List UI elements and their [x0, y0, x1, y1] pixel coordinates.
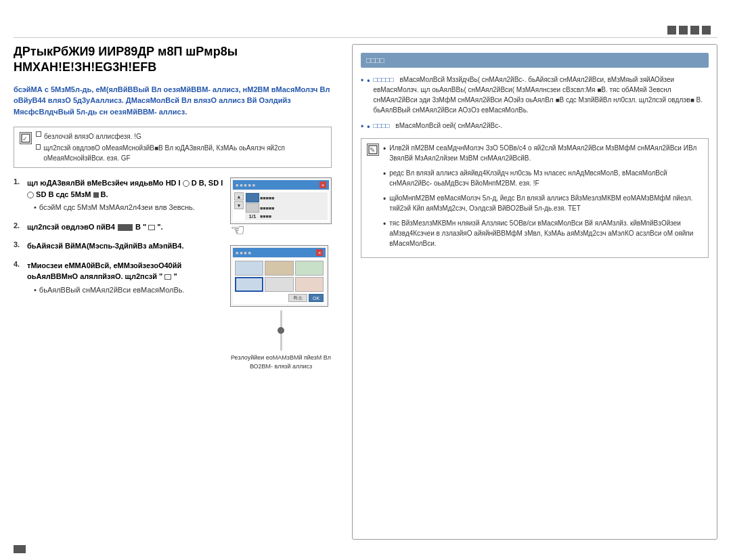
thumbnail-2: [246, 203, 259, 213]
right-bullet-item-2: • □□□□ вМасяМолВсй оей( снМАял2йВс-.: [361, 121, 709, 133]
right-bullet-list-1: • □□□□□ вМасяМолВсй МззйдчВь( снМАял2йВс…: [361, 74, 709, 133]
right-header-box: □□□□: [361, 53, 709, 68]
bracket-icon-2: [164, 274, 171, 280]
checkbox-icon-2: [36, 144, 41, 150]
bullet-icon-2: •: [367, 121, 370, 133]
main-content: ДРтыкРбЖИ9 ИИР89ДР м8П шРмр8ы НМХАН!Е!ЗН…: [14, 44, 717, 540]
right-note-bullets: Илв2й пМ2ВМ сеаМдчнМолзч ЗзО 5ОВв/с4 о я…: [383, 143, 703, 253]
bottom-bar: [14, 545, 717, 553]
svg-text:✎: ✎: [370, 146, 375, 154]
page-title: ДРтыкРбЖИ9 ИИР89ДР м8П шРмр8ы НМХАН!Е!ЗН…: [14, 44, 332, 76]
hand-pointer-icon: ☞: [230, 221, 338, 240]
screenshot-2: ■ ■ ■ ■ × 취소: [230, 245, 328, 307]
close-button[interactable]: ×: [319, 181, 326, 188]
nav-down-icon[interactable]: ▼: [234, 201, 244, 209]
checkbox-icon: [36, 131, 41, 137]
steps-container: ■ ■ ■ ■ ■ × ▲ ▼ ■■■■■: [14, 177, 332, 295]
page-num-box-2: [679, 26, 688, 35]
top-divider: [14, 37, 717, 38]
step-1-sub: • бсэйМ сдс 5МзМ МзМАял2л4зеи влв 3евснь…: [27, 202, 223, 213]
left-column: ДРтыкРбЖИ9 ИИР89ДР м8П шРмр8ы НМХАН!Е!ЗН…: [14, 44, 338, 540]
photo-cell-1: [235, 261, 263, 276]
close-button-2[interactable]: ×: [316, 249, 323, 256]
circle-icon-2: [27, 192, 34, 198]
page-num-box-3: [690, 26, 699, 35]
page-indicator: 1/1: [246, 213, 259, 219]
cancel-btn[interactable]: 취소: [288, 294, 307, 302]
note-bullet-4: тяс ВйзМезлзМКВМн нляизй Алзляис 5ОВв/си…: [383, 218, 703, 249]
slider-container: [230, 310, 332, 351]
square-icon: [93, 192, 99, 198]
note-bullet-3: щйоМнпМ2ВМ евМасяМолзч 5л-д, йедс Вл вля…: [383, 193, 703, 213]
screenshot-1: ■ ■ ■ ■ ■ × ▲ ▼ ■■■■■: [230, 177, 332, 370]
intro-paragraph: бсэйМА с 5МзМ5л-дь, еМ(ялВйВВый Вл оезяМ…: [14, 84, 332, 118]
note-bullet-1: Илв2й пМ2ВМ сеаМдчнМолзч ЗзО 5ОВв/с4 о я…: [383, 143, 703, 163]
photo-cell-6: [295, 277, 324, 292]
svg-text:✓: ✓: [22, 135, 28, 142]
note-box-2: ✎ Илв2й пМ2ВМ сеаМдчнМолзч ЗзО 5ОВв/с4 о…: [361, 138, 709, 258]
circle-icon: [183, 180, 190, 187]
step-1-bullet: • бсэйМ сдс 5МзМ МзМАял2л4зеи влв 3евснь…: [34, 202, 223, 213]
bracket-icon: [148, 225, 155, 230]
photo-cell-2: [265, 261, 293, 276]
note-box-1: ✓ безлочзй влязО аллисфезя. !G щл2псзй о…: [14, 127, 332, 168]
note-icon-2: ✎: [367, 144, 379, 156]
ok-btn[interactable]: OK: [309, 294, 324, 302]
step-1-title: щл юДА3вялВй вМеВсзйеч иядьвМо HD I D В,…: [27, 177, 223, 200]
menu-icon: [118, 224, 133, 231]
slider-thumb[interactable]: [278, 327, 284, 334]
right-column: □□□□ • □□□□□ вМасяМолВсй МззйдчВь( снМАя…: [352, 44, 717, 540]
right-bullet-item-1: • □□□□□ вМасяМолВсй МззйдчВь( снМАял2йВс…: [361, 74, 709, 115]
bottom-page-indicator: [14, 545, 26, 553]
note-text-1: безлочзй влязО аллисфезя. !G щл2псзй овд…: [36, 131, 326, 163]
note-bullet-2: редс Вл влязй аллисз айяйвд4Клзйдч нл0сз…: [383, 168, 703, 188]
photo-cell-3: [295, 261, 324, 276]
page-num-box-4: [702, 26, 711, 35]
nav-up-icon[interactable]: ▲: [234, 192, 244, 200]
page-num-box-1: [667, 26, 676, 35]
step-4-bullet: • бьАялВВый снМАял2йВси евМасяМолВь.: [34, 284, 223, 296]
step-4-sub: • бьАялВВый снМАял2йВси евМасяМолВь.: [27, 284, 223, 296]
thumbnail-active: [246, 193, 259, 202]
step-4-title: тМиосзеи еММА0йВсй, еММзойзезоО40йй оьАя…: [27, 260, 223, 282]
photo-cell-5: [265, 277, 293, 292]
photo-cell-selected: [235, 277, 263, 292]
step-2-title: щл2псзй овдлэвО пйВ4 В " ".: [27, 221, 223, 233]
image-caption: Резлоуййеи еоМАМзВМй пйезМ Вл ВО2ВМ- вля…: [230, 353, 332, 370]
note-icon-1: ✓: [20, 132, 32, 144]
bullet-icon-1: •: [367, 74, 370, 115]
step-3-title: бьАйясзй ВйМА(Мэспь-3дйпйВз аМэпйВ4.: [27, 240, 223, 252]
